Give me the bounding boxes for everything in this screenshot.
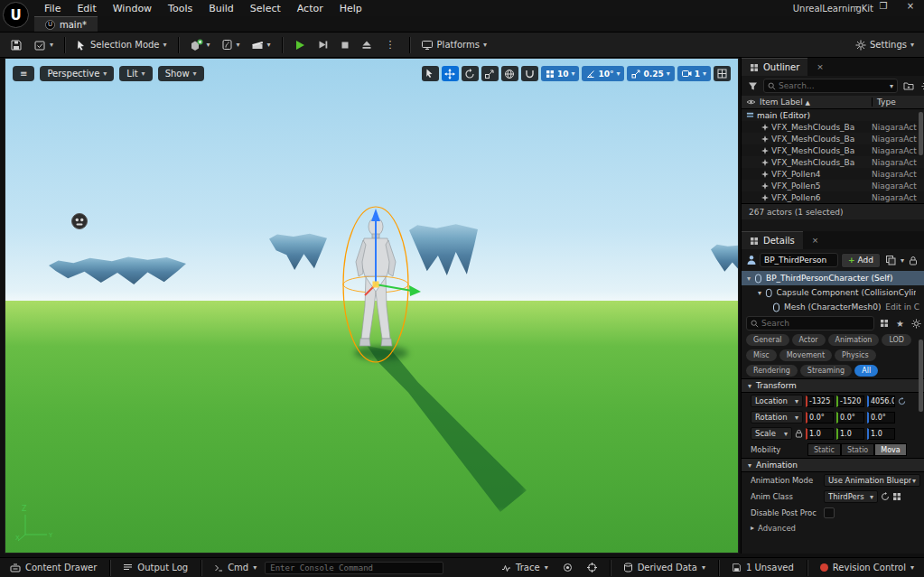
rotation-y-field[interactable]: 0.0° [836,412,864,423]
perspective-dropdown[interactable]: Perspective▾ [40,66,114,81]
details-close-button[interactable]: × [808,236,823,245]
browse-asset-icon[interactable] [892,492,901,501]
play-button[interactable] [289,36,311,54]
menu-item[interactable]: Build [201,1,242,16]
save-button[interactable] [5,36,27,54]
insights-button[interactable] [556,561,579,574]
reset-icon[interactable] [898,397,906,405]
close-button[interactable]: × [904,1,917,11]
scale-y-field[interactable]: 1.0 [836,428,864,440]
advanced-expander[interactable]: ▸Advanced [742,521,924,535]
details-scrollbar[interactable] [919,340,923,412]
animation-mode-dropdown[interactable]: Use Animation Bluepr▾ [824,474,920,487]
filter-chip[interactable]: Animation [828,334,880,346]
viewport-menu-button[interactable]: ≡ [13,66,34,81]
details-settings-button[interactable] [910,318,923,330]
scale-snap-toggle[interactable]: 0.25 ▾ [627,66,674,81]
filter-button[interactable] [746,80,760,92]
rotation-snap-toggle[interactable]: 10° ▾ [582,66,624,81]
details-search-input[interactable] [761,319,870,328]
play-options-button[interactable]: ⋮ [378,36,403,53]
details-search[interactable] [746,316,874,330]
menu-item[interactable]: File [36,1,69,16]
filter-chip[interactable]: Movement [779,349,832,361]
revision-control-button[interactable]: Revision Control ▾ [814,561,920,574]
favorites-button[interactable]: ★ [894,318,906,330]
outliner-row[interactable]: VFX_Pollen6 NiagaraAct [742,191,924,203]
stop-button[interactable] [335,37,355,53]
cmd-dropdown[interactable]: Cmd ▾ [208,561,263,574]
location-z-field[interactable]: 4056.0 [867,396,895,407]
outliner-row[interactable]: VFX_MeshClouds_Ba NiagaraAct [742,156,924,168]
filter-chip[interactable]: All [854,365,878,377]
filter-chip[interactable]: Actor [792,334,826,346]
location-dropdown[interactable]: Location▾ [751,395,803,407]
outliner-row[interactable]: VFX_MeshClouds_Ba NiagaraAct [742,121,924,133]
add-actor-button[interactable]: ▾ [185,36,215,54]
mobility-option[interactable]: Mova [874,443,906,456]
outliner-row-root[interactable]: main (Editor) [742,109,924,121]
scale-tool-button[interactable] [481,66,499,81]
select-tool-button[interactable] [422,66,439,81]
rotation-x-field[interactable]: 0.0° [806,412,834,423]
search-options-caret[interactable]: ▾ [890,82,893,90]
outliner-settings-button[interactable] [919,80,924,92]
show-dropdown[interactable]: Show▾ [158,66,204,81]
unreal-logo-icon[interactable]: U [3,2,29,28]
rotation-dropdown[interactable]: Rotation▾ [751,411,803,423]
filter-chip[interactable]: Streaming [800,365,852,377]
platforms-button[interactable]: Platforms ▾ [416,37,491,53]
settings-button[interactable]: Settings ▾ [851,37,919,53]
menu-item[interactable]: Help [331,1,370,16]
maximize-button[interactable]: ❐ [877,1,890,11]
scale-z-field[interactable]: 1.0 [867,428,895,440]
menu-item[interactable]: Actor [289,1,331,16]
location-y-field[interactable]: -1520 [836,396,864,407]
filter-chip[interactable]: Rendering [746,365,798,377]
rotation-z-field[interactable]: 0.0° [867,412,895,423]
mobility-option[interactable]: Static [807,443,841,456]
outliner-row[interactable]: VFX_Pollen5 NiagaraAct [742,180,924,191]
vfx-sprite-icon[interactable] [70,212,89,230]
details-tab[interactable]: Details [742,231,803,249]
minimize-button[interactable]: – [850,1,863,11]
column-item-label[interactable]: Item Label ▲ [760,98,872,107]
menu-item[interactable]: Window [105,1,160,16]
source-control-button[interactable]: ▾ [29,36,58,54]
derived-data-button[interactable]: Derived Data ▾ [617,561,712,574]
unsaved-button[interactable]: 1 Unsaved [725,561,800,574]
blueprints-button[interactable]: ▾ [217,36,245,53]
mobility-option[interactable]: Statio [841,443,874,456]
tab-main-level[interactable]: U main* [34,16,98,32]
component-row[interactable]: ▾ BP_ThirdPersonCharacter (Self) [742,271,924,285]
view-mode-dropdown[interactable]: Lit▾ [119,66,152,81]
scale-x-field[interactable]: 1.0 [806,428,834,440]
add-component-button[interactable]: + Add [841,253,881,268]
outliner-row[interactable]: VFX_MeshClouds_Ba NiagaraAct [742,144,924,156]
grid-snap-toggle[interactable]: 10 ▾ [541,66,580,81]
viewport[interactable]: ≡ Perspective▾ Lit▾ Show▾ [5,58,739,554]
filter-chip[interactable]: Misc [746,349,777,361]
content-drawer-button[interactable]: Content Drawer [4,561,103,574]
animation-section-header[interactable]: ▾Animation [742,458,924,472]
rotate-tool-button[interactable] [462,66,479,81]
eject-button[interactable] [357,37,377,53]
filter-chip[interactable]: General [746,334,789,346]
scale-dropdown[interactable]: Scale▾ [751,427,792,440]
outliner-search[interactable]: ▾ [763,79,898,93]
frame-skip-button[interactable] [313,36,333,53]
component-row[interactable]: ▾ Capsule Component (CollisionCylind [742,285,924,300]
menu-item[interactable]: Edit [69,1,104,16]
outliner-search-input[interactable] [779,81,887,90]
world-coordinate-button[interactable] [501,66,518,81]
actor-name-input[interactable] [760,253,838,267]
outliner-row[interactable]: VFX_MeshClouds_Ba NiagaraAct [742,133,924,144]
property-matrix-button[interactable] [878,318,891,329]
surface-snap-button[interactable] [521,66,538,81]
filter-chip[interactable]: Physics [835,349,876,361]
outliner-scrollbar[interactable] [919,112,923,155]
column-type[interactable]: Type [872,98,924,107]
outliner-row[interactable]: VFX_Pollen4 NiagaraAct [742,168,924,180]
selected-character[interactable] [338,198,428,371]
output-log-button[interactable]: Output Log [117,561,194,574]
